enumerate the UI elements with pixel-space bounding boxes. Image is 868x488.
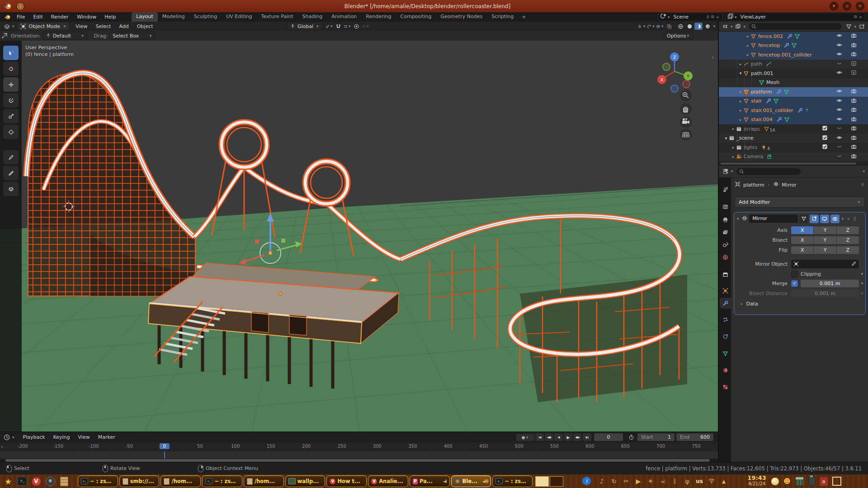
menubar-menu-help[interactable]: Help [100, 13, 120, 21]
properties-tab-texture[interactable] [720, 381, 731, 392]
frame-start-field[interactable]: Start1 [637, 433, 675, 441]
data-label[interactable]: Data [746, 301, 758, 307]
taskbar-window-smb[interactable]: smb://... [119, 475, 160, 487]
eyedropper-icon[interactable] [851, 261, 857, 267]
checkbox-toggle-icon[interactable] [822, 125, 828, 132]
expand-arrow[interactable]: ▸ [745, 43, 750, 48]
camera-toggle-icon[interactable] [851, 116, 857, 123]
expand-arrow[interactable]: ▸ [731, 127, 736, 131]
outliner-row-fence-002[interactable]: ▸fence.002 [719, 32, 868, 41]
eye-toggle-icon[interactable] [836, 70, 842, 77]
properties-tab-output[interactable] [720, 214, 731, 225]
current-frame-field[interactable]: 0 [594, 433, 623, 441]
bisect-toggle-z[interactable]: Z [837, 236, 859, 244]
snap-settings-dropdown[interactable]: ▾ [344, 23, 352, 30]
tray-scissors-icon[interactable]: ✂ [622, 478, 630, 485]
outliner-row-fencetop[interactable]: ▸fencetop [719, 41, 868, 51]
launcher-terminal-icon[interactable]: >_ [16, 476, 28, 487]
blender-menu-icon[interactable] [3, 12, 13, 22]
viewport-menu-view[interactable]: View [71, 23, 91, 30]
scene-selector[interactable]: ▾ Scene ⚲ ⧉ × [658, 13, 722, 21]
taskbar-window-hom[interactable]: /hom... [160, 475, 201, 487]
perspective-toggle-button[interactable] [680, 129, 692, 141]
remove-viewlayer-icon[interactable]: × [858, 15, 863, 19]
taskbar-window-hom[interactable]: /hom... [244, 475, 284, 487]
axis-toggle-z[interactable]: Z [837, 226, 859, 234]
eye-toggle-icon[interactable] [836, 98, 842, 105]
workspace-tab-sculpting[interactable]: Sculpting [189, 12, 222, 22]
animate-dot[interactable] [861, 282, 863, 284]
tray-music-icon[interactable]: ♪ [598, 478, 606, 485]
tool-move[interactable] [3, 77, 19, 92]
dictionary-tray-icon[interactable]: a [820, 477, 828, 486]
properties-tab-render[interactable] [720, 201, 731, 212]
taskbar-window-analie[interactable]: VAnalie... [368, 475, 408, 487]
tray-arrow-up-icon[interactable]: ▲ [720, 479, 728, 484]
rendered-shading[interactable] [703, 23, 712, 30]
tool-transform[interactable] [3, 125, 19, 139]
pivot-point-dropdown[interactable]: ▾ [326, 23, 334, 30]
flip-toggle-x[interactable]: X [791, 246, 813, 254]
timeline-menu-marker[interactable]: Marker [94, 433, 119, 441]
expand-arrow[interactable]: ▸ [731, 145, 736, 150]
expand-arrow[interactable]: ▸ [738, 89, 743, 94]
properties-tab-collection[interactable] [720, 269, 731, 280]
playhead-line[interactable] [164, 451, 165, 459]
outliner-row-lights[interactable]: ▸lights4 [719, 143, 868, 152]
viewport-menu-select[interactable]: Select [91, 23, 115, 30]
snap-magnet-toggle[interactable] [335, 23, 343, 30]
launcher-files-icon[interactable] [58, 476, 70, 487]
expand-arrow[interactable]: ▸ [745, 34, 750, 38]
launcher-star-icon[interactable]: ★ [2, 476, 14, 487]
camera-toggle-icon[interactable] [851, 107, 857, 114]
viewport-menu-add[interactable]: Add [115, 23, 132, 30]
modifier-drag-handle[interactable]: ⣿ [853, 216, 858, 221]
outliner-search-input[interactable] [749, 23, 842, 30]
outliner-row-mesh[interactable]: Mesh [719, 78, 868, 88]
tool-add-cube[interactable] [3, 182, 19, 196]
outliner-row--scene[interactable]: ▾_scene [719, 134, 868, 143]
properties-search-input[interactable] [736, 168, 801, 175]
material-preview-shading[interactable] [694, 23, 703, 30]
menubar-menu-file[interactable]: File [13, 13, 29, 21]
modifier-extras-icon[interactable]: ▾ [841, 216, 845, 221]
xray-toggle[interactable] [665, 23, 673, 30]
taskbar-window-wallp[interactable]: wallp... [285, 475, 326, 487]
navigation-gizmo[interactable]: Z X Y [648, 45, 698, 145]
delete-scene-icon[interactable]: × [715, 15, 720, 19]
properties-tab-modifiers[interactable] [720, 298, 731, 309]
breadcrumb-object[interactable]: platform [743, 182, 764, 188]
properties-tab-material[interactable] [720, 365, 731, 375]
eye-toggle-icon[interactable] [836, 107, 842, 114]
info-tray-icon[interactable]: i [582, 477, 591, 485]
modifier-delete-icon[interactable]: × [846, 216, 851, 221]
expand-arrow[interactable]: ▸ [738, 99, 743, 103]
properties-tab-scene[interactable] [720, 239, 731, 250]
outliner-filter-icon[interactable] [844, 23, 853, 30]
workspace-tab-uv-editing[interactable]: UV Editing [222, 12, 256, 22]
camera-toggle-icon[interactable] [851, 88, 857, 95]
selectability-dropdown[interactable]: ▾ [638, 23, 646, 30]
taskbar-clock[interactable]: 19:43 4/21/24 [744, 475, 769, 487]
flip-toggle-y[interactable]: Y [814, 246, 836, 254]
drag-dropdown[interactable]: Select Box▾ [109, 32, 156, 40]
properties-tab-tool[interactable] [720, 184, 731, 195]
expand-arrow[interactable]: ▸ [738, 117, 743, 122]
ball-tray-icon[interactable] [771, 478, 779, 485]
expand-arrow[interactable]: ▸ [738, 108, 743, 113]
flip-toggle-z[interactable]: Z [837, 246, 859, 254]
properties-tab-data[interactable] [720, 348, 731, 359]
launcher-media-icon[interactable]: ✵ [44, 476, 56, 487]
window-menu-button[interactable]: ▾ [830, 2, 838, 10]
eye-toggle-icon[interactable] [836, 135, 842, 142]
camera-off-toggle-icon[interactable] [851, 61, 857, 68]
taskbar-window-howt[interactable]: VHow t... [326, 475, 367, 487]
eye-toggle-icon[interactable] [836, 42, 842, 49]
tool-cursor[interactable] [3, 61, 19, 76]
workspace-tab-texture-paint[interactable]: Texture Paint [257, 12, 298, 22]
modifier-name-field[interactable]: Mirror [749, 215, 798, 223]
stopwatch-icon[interactable] [627, 434, 635, 441]
tool-rotate[interactable] [3, 93, 19, 108]
taskbar-window-pa[interactable]: PPa...◄) [410, 475, 450, 487]
outliner-row-scraps[interactable]: ▸scraps14 [719, 124, 868, 134]
